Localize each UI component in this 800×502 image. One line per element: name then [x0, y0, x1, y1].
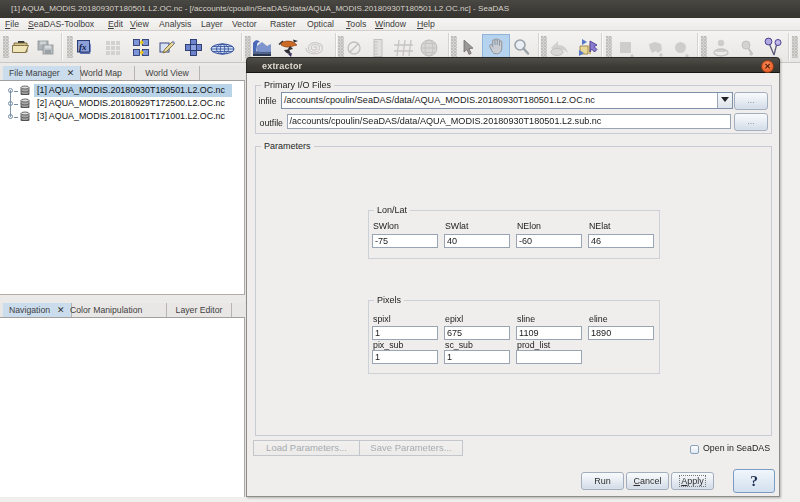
svg-text:fx: fx — [79, 42, 87, 52]
